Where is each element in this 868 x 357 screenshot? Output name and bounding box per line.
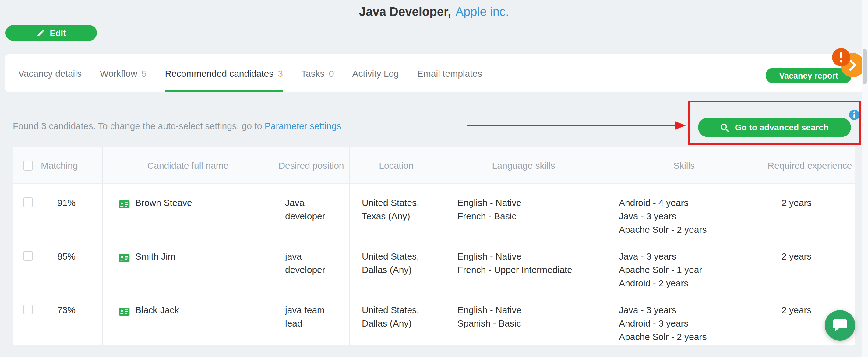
desired-position-cell: java team lead	[273, 291, 349, 345]
tab-label: Email templates	[417, 68, 482, 78]
table-row: 91% Brown Steave Java developer United S…	[13, 184, 855, 238]
tab-label: Recommended candidates	[165, 68, 274, 78]
tab-activity-log[interactable]: Activity Log	[352, 54, 399, 92]
skill: Android - 2 years	[619, 276, 764, 290]
tab-count: 5	[142, 68, 147, 78]
location-cell: United States, Dallas (Any)	[349, 291, 443, 345]
skill: Apache Solr - 2 years	[619, 223, 764, 236]
candidates-summary: Found 3 candidates. To change the auto-s…	[13, 121, 341, 131]
required-experience: 2 years	[781, 196, 855, 210]
skills-cell: Android - 4 years Java - 3 years Apache …	[603, 184, 764, 238]
column-header-label: Matching	[41, 160, 78, 171]
table-row: 73% Black Jack java team lead United Sta…	[13, 291, 855, 345]
tab-count: 3	[278, 68, 283, 78]
matching-cell: 73%	[13, 291, 102, 345]
row-checkbox[interactable]	[23, 198, 33, 207]
candidate-name-link[interactable]: Smith Jim	[135, 250, 176, 263]
language-skills-cell: English - Native Spanish - Basic	[443, 291, 603, 345]
tab-recommended-candidates[interactable]: Recommended candidates 3	[165, 54, 283, 92]
candidate-name-link[interactable]: Brown Steave	[135, 196, 192, 210]
language-skill: English - Native	[458, 196, 603, 210]
info-icon[interactable]	[849, 110, 860, 120]
matching-cell: 85%	[13, 238, 102, 291]
contact-card-icon	[119, 252, 130, 266]
advanced-search-label: Go to advanced search	[735, 122, 829, 132]
tabs: Vacancy details Workflow 5 Recommended c…	[5, 54, 863, 92]
language-skill: English - Native	[458, 250, 603, 263]
candidate-cell: Brown Steave	[102, 184, 273, 238]
column-header-skills: Skills	[603, 147, 764, 183]
column-header-matching: Matching	[13, 147, 102, 183]
matching-cell: 91%	[13, 184, 102, 238]
chat-icon	[832, 318, 848, 333]
contact-card-icon	[119, 306, 130, 319]
skill: Java - 3 years	[619, 210, 764, 223]
skill: Android - 4 years	[619, 196, 764, 210]
scrollbar-thumb[interactable]	[863, 49, 867, 84]
tab-tasks[interactable]: Tasks 0	[301, 54, 334, 92]
page-title: Java Developer,Apple inc.	[0, 5, 868, 19]
skill: Java - 3 years	[619, 250, 764, 263]
candidates-table: Matching Candidate full name Desired pos…	[13, 147, 855, 345]
language-skills-cell: English - Native French - Upper Intermed…	[443, 238, 603, 291]
desired-position: Java developer	[285, 196, 344, 223]
skill: Android - 3 years	[619, 317, 764, 330]
location: United States, Dallas (Any)	[362, 250, 436, 276]
tab-workflow[interactable]: Workflow 5	[100, 54, 147, 92]
language-skill: Spanish - Basic	[458, 317, 603, 330]
parameter-settings-link[interactable]: Parameter settings	[265, 121, 341, 131]
language-skill: French - Upper Intermediate	[458, 263, 603, 276]
desired-position-cell: java developer	[273, 238, 349, 291]
annotation-highlight-box: Go to advanced search	[688, 100, 861, 145]
search-icon	[720, 123, 730, 132]
tab-email-templates[interactable]: Email templates	[417, 54, 482, 92]
language-skill: French - Basic	[458, 210, 603, 223]
candidate-name-link[interactable]: Black Jack	[135, 303, 179, 317]
vacancy-report-label: Vacancy report	[779, 71, 838, 80]
language-skill: English - Native	[458, 303, 603, 317]
advanced-search-button[interactable]: Go to advanced search	[698, 118, 851, 137]
matching-percentage: 73%	[57, 303, 75, 317]
tab-count: 0	[329, 68, 334, 78]
location-cell: United States, Dallas (Any)	[349, 238, 443, 291]
table-row: 85% Smith Jim java developer United Stat…	[13, 238, 855, 291]
desired-position: java team lead	[285, 303, 344, 330]
chat-widget-button[interactable]	[825, 310, 855, 340]
desired-position: java developer	[285, 250, 344, 276]
desired-position-cell: Java developer	[273, 184, 349, 238]
required-experience-cell: 2 years	[764, 184, 855, 238]
tab-bar-card: Vacancy details Workflow 5 Recommended c…	[5, 54, 863, 92]
annotation-arrow	[467, 121, 686, 130]
tab-vacancy-details[interactable]: Vacancy details	[18, 54, 82, 92]
location: United States, Texas (Any)	[362, 196, 436, 223]
column-header-candidate-name: Candidate full name	[102, 147, 273, 183]
company-link[interactable]: Apple inc.	[455, 5, 509, 18]
vacancy-title: Java Developer,	[359, 5, 451, 18]
location: United States, Dallas (Any)	[362, 303, 436, 330]
edit-button[interactable]: Edit	[5, 25, 97, 41]
select-all-checkbox[interactable]	[23, 160, 33, 170]
tab-label: Activity Log	[352, 68, 399, 78]
skill: Apache Solr - 2 years	[619, 330, 764, 344]
skills-cell: Java - 3 years Apache Solr - 1 year Andr…	[603, 238, 764, 291]
row-checkbox[interactable]	[23, 305, 33, 314]
vacancy-page-root: Java Developer,Apple inc. Edit Vacancy d…	[0, 0, 868, 357]
tab-label: Workflow	[100, 68, 137, 78]
candidate-cell: Black Jack	[102, 291, 273, 345]
column-header-language-skills: Language skills	[443, 147, 603, 183]
pencil-icon	[36, 29, 44, 37]
table-header-row: Matching Candidate full name Desired pos…	[13, 147, 855, 184]
required-experience-cell: 2 years	[764, 238, 855, 291]
tab-label: Tasks	[301, 68, 325, 78]
alert-exclamation-icon	[832, 48, 850, 66]
language-skills-cell: English - Native French - Basic	[443, 184, 603, 238]
row-checkbox[interactable]	[23, 251, 33, 261]
tab-label: Vacancy details	[18, 68, 82, 78]
column-header-location: Location	[349, 147, 443, 183]
candidate-cell: Smith Jim	[102, 238, 273, 291]
required-experience: 2 years	[781, 250, 855, 263]
column-header-required-experience: Required experience	[764, 147, 855, 183]
scrollbar-track	[862, 0, 868, 357]
vacancy-report-button[interactable]: Vacancy report	[766, 68, 851, 84]
matching-percentage: 85%	[57, 250, 75, 263]
